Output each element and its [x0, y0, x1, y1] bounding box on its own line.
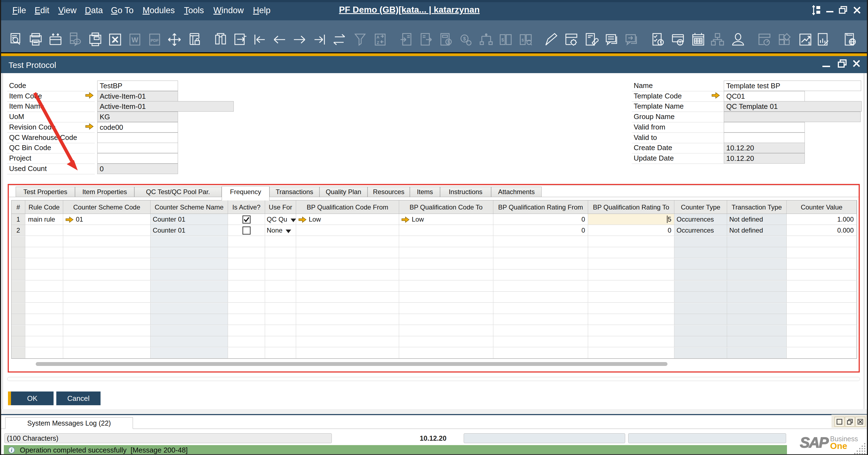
svg-text:Z: Z — [377, 40, 379, 45]
svg-text:$: $ — [522, 38, 524, 42]
svg-text:PDF: PDF — [151, 38, 159, 42]
svg-text:W: W — [131, 36, 138, 44]
svg-text:i: i — [11, 448, 12, 453]
svg-text:$: $ — [463, 36, 466, 41]
svg-text:$: $ — [502, 38, 504, 42]
svg-text:$: $ — [808, 41, 810, 45]
svg-text:$: $ — [447, 39, 450, 44]
svg-text:A: A — [377, 35, 380, 39]
svg-text:SAP: SAP — [800, 434, 829, 451]
